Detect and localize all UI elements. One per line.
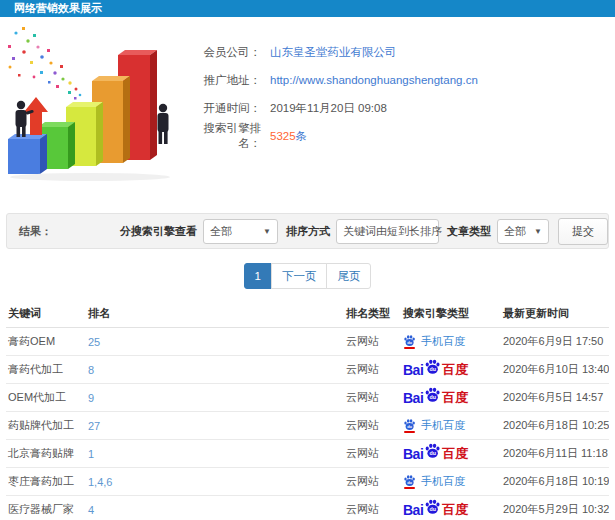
- updated-cell: 2020年6月11日 11:18: [501, 440, 609, 468]
- open-time-value: 2019年11月20日 09:08: [270, 101, 387, 116]
- article-type-filter-select[interactable]: 全部 ▼: [497, 219, 549, 244]
- engine-type-cell: du 手机百度: [401, 468, 501, 496]
- page-button-current[interactable]: 1: [244, 263, 272, 289]
- engine-type-cell: Bai du 百度: [401, 496, 501, 520]
- bar-blue: [8, 134, 47, 174]
- engine-type-cell: du 手机百度: [401, 412, 501, 440]
- updated-cell: 2020年6月9日 17:50: [501, 328, 609, 356]
- baidu-logo-cn: 百度: [442, 361, 468, 379]
- rank-cell[interactable]: 25: [86, 328, 344, 356]
- info-row-url: 推广地址： http://www.shandonghuangshengtang.…: [185, 66, 615, 94]
- table-row: OEM代加工9云网站 Bai du 百度2020年6月5日 14:57: [6, 384, 609, 412]
- growth-chart-illustration: [0, 19, 190, 187]
- baidu-paw-icon: du: [424, 386, 441, 403]
- baidu-logo-bai: Bai: [403, 446, 423, 462]
- svg-text:du: du: [407, 424, 412, 429]
- baidu-logo-icon: du: [424, 442, 441, 461]
- baidu-logo: Bai du 百度: [403, 388, 468, 407]
- company-info-list: 会员公司： 山东皇圣堂药业有限公司 推广地址： http://www.shand…: [185, 17, 615, 150]
- company-link[interactable]: 山东皇圣堂药业有限公司: [270, 45, 397, 60]
- updated-cell: 2020年5月29日 10:32: [501, 496, 609, 520]
- mobile-baidu-logo: du 手机百度: [403, 418, 465, 433]
- updated-cell: 2020年6月10日 13:40: [501, 356, 609, 384]
- svg-text:du: du: [407, 340, 412, 345]
- rank-type-cell: 云网站: [344, 412, 401, 440]
- engine-type-cell: Bai du 百度: [401, 440, 501, 468]
- keyword-cell: 膏药代加工: [6, 356, 86, 384]
- sort-filter-value: 关键词由短到长排序: [343, 220, 442, 243]
- pagination: 1 下一页 尾页: [0, 263, 615, 289]
- next-page-button[interactable]: 下一页: [271, 263, 328, 289]
- baidu-paw-icon: du: [403, 474, 416, 487]
- svg-text:du: du: [430, 366, 436, 372]
- engine-type-cell: Bai du 百度: [401, 356, 501, 384]
- submit-button[interactable]: 提交: [558, 218, 608, 245]
- table-row: 药贴牌代加工27云网站 du 手机百度2020年6月18日 10:25: [6, 412, 609, 440]
- sort-filter-select[interactable]: 关键词由短到长排序 ▼: [336, 219, 439, 244]
- rank-cell[interactable]: 8: [86, 356, 344, 384]
- engine-label: 手机百度: [421, 474, 465, 489]
- rank-cell[interactable]: 4: [86, 496, 344, 520]
- promo-url-link[interactable]: http://www.shandonghuangshengtang.cn: [270, 74, 478, 86]
- keyword-cell: 药贴牌代加工: [6, 412, 86, 440]
- svg-text:du: du: [430, 506, 436, 512]
- keyword-cell: OEM代加工: [6, 384, 86, 412]
- last-page-button[interactable]: 尾页: [326, 263, 371, 289]
- svg-text:du: du: [430, 394, 436, 400]
- engine-type-cell: du 手机百度: [401, 328, 501, 356]
- header-keyword: 关键词: [6, 300, 86, 328]
- sort-filter-label: 排序方式: [286, 224, 330, 239]
- baidu-logo-icon: du: [424, 358, 441, 377]
- page-title: 网络营销效果展示: [0, 0, 615, 17]
- rank-cell[interactable]: 27: [86, 412, 344, 440]
- updated-cell: 2020年6月5日 14:57: [501, 384, 609, 412]
- filter-bar: 结果： 分搜索引擎查看 全部 ▼ 排序方式 关键词由短到长排序 ▼ 文章类型 全…: [6, 213, 609, 249]
- engine-filter-select[interactable]: 全部 ▼: [203, 219, 278, 244]
- results-table-body: 膏药OEM25云网站 du 手机百度2020年6月9日 17:50膏药代加工8云…: [6, 328, 609, 520]
- table-row: 医疗器械厂家4云网站 Bai du 百度2020年5月29日 10:32: [6, 496, 609, 520]
- engine-label: 手机百度: [421, 334, 465, 349]
- table-row: 膏药代加工8云网站 Bai du 百度2020年6月10日 13:40: [6, 356, 609, 384]
- rank-type-cell: 云网站: [344, 356, 401, 384]
- rank-type-cell: 云网站: [344, 384, 401, 412]
- mobile-baidu-logo: du 手机百度: [403, 334, 465, 349]
- header-engine-type: 搜索引擎类型: [401, 300, 501, 328]
- open-time-label: 开通时间：: [185, 101, 261, 116]
- baidu-logo-bai: Bai: [403, 390, 423, 406]
- header-updated: 最新更新时间: [501, 300, 609, 328]
- header-rank-type: 排名类型: [344, 300, 401, 328]
- baidu-logo-cn: 百度: [442, 501, 468, 519]
- updated-cell: 2020年6月18日 10:25: [501, 412, 609, 440]
- chevron-down-icon: ▼: [534, 220, 542, 243]
- result-label: 结果：: [7, 224, 52, 239]
- table-row: 枣庄膏药加工1,4,6云网站 du 手机百度2020年6月18日 10:19: [6, 468, 609, 496]
- rank-cell[interactable]: 9: [86, 384, 344, 412]
- baidu-logo-cn: 百度: [442, 389, 468, 407]
- baidu-logo-bai: Bai: [403, 362, 423, 378]
- svg-text:du: du: [430, 450, 436, 456]
- baidu-paw-icon: du: [403, 334, 416, 347]
- baidu-logo-bai: Bai: [403, 502, 423, 518]
- mobile-baidu-icon: du: [403, 418, 416, 433]
- summary-section: 会员公司： 山东皇圣堂药业有限公司 推广地址： http://www.shand…: [0, 17, 615, 196]
- rank-count-label: 搜索引擎排名：: [185, 121, 261, 151]
- engine-filter-value: 全部: [210, 220, 232, 243]
- rank-count-suffix: 条: [296, 129, 308, 144]
- table-row: 膏药OEM25云网站 du 手机百度2020年6月9日 17:50: [6, 328, 609, 356]
- engine-filter-label: 分搜索引擎查看: [120, 224, 197, 239]
- rank-cell[interactable]: 1,4,6: [86, 468, 344, 496]
- rank-type-cell: 云网站: [344, 440, 401, 468]
- rank-type-cell: 云网站: [344, 468, 401, 496]
- rank-cell[interactable]: 1: [86, 440, 344, 468]
- chevron-down-icon: ▼: [263, 220, 271, 243]
- baidu-paw-icon: du: [424, 358, 441, 375]
- baidu-paw-icon: du: [424, 442, 441, 459]
- info-row-open-time: 开通时间： 2019年11月20日 09:08: [185, 94, 615, 122]
- results-table: 关键词 排名 排名类型 搜索引擎类型 最新更新时间 膏药OEM25云网站 du …: [6, 300, 609, 520]
- baidu-logo-icon: du: [424, 386, 441, 405]
- table-row: 北京膏药贴牌1云网站 Bai du 百度2020年6月11日 11:18: [6, 440, 609, 468]
- rank-type-cell: 云网站: [344, 496, 401, 520]
- mobile-baidu-icon: du: [403, 474, 416, 489]
- info-row-rank-count: 搜索引擎排名： 5325 条: [185, 122, 615, 150]
- baidu-logo-icon: du: [424, 498, 441, 517]
